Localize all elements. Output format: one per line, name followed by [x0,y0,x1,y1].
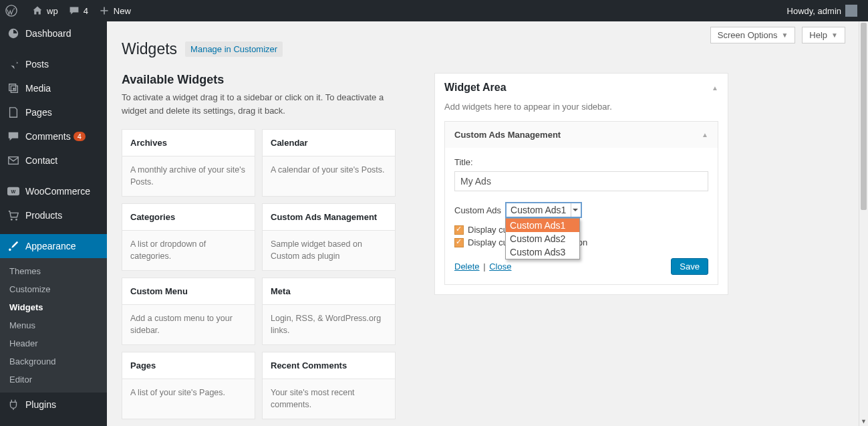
sidebar-item-pages[interactable]: Pages [0,100,107,124]
svg-rect-2 [9,157,18,165]
submenu-editor[interactable]: Editor [0,370,107,389]
submenu-customize[interactable]: Customize [0,280,107,298]
widget-area-desc: Add widgets here to appear in your sideb… [435,102,728,121]
sidebar-item-media[interactable]: Media [0,76,107,100]
sidebar-item-appearance[interactable]: Appearance [0,234,107,258]
widget-description: Login, RSS, & WordPress.org links. [263,305,395,344]
site-name-link[interactable]: wp [27,0,63,21]
admin-sidebar: Dashboard Posts Media Pages Comments 4 C… [0,21,107,426]
screen-options-label: Screen Options [718,30,778,40]
scrollbar-thumb[interactable] [861,23,867,210]
submenu-themes[interactable]: Themes [0,262,107,280]
scroll-down-icon[interactable]: ▼ [859,417,868,426]
chevron-down-icon: ▼ [781,31,788,39]
sidebar-label: Posts [25,59,49,70]
sidebar-item-posts[interactable]: Posts [0,52,107,76]
available-widget[interactable]: PagesA list of your site's Pages. [122,352,255,419]
widget-description: Your site's most recent comments. [263,379,395,419]
new-content-link[interactable]: New [94,0,136,21]
new-label: New [114,6,131,16]
available-widget[interactable]: MetaLogin, RSS, & WordPress.org links. [262,278,396,345]
custom-ads-dropdown[interactable]: Custom Ads1Custom Ads2Custom Ads3 [505,218,580,259]
admin-bar: wp 4 New Howdy, admin [0,0,868,21]
widget-instance-header[interactable]: Custom Ads Management ▲ [445,122,718,148]
sidebar-item-woocommerce[interactable]: W WooCommerce [0,179,107,203]
widget-description: Add a custom menu to your sidebar. [122,305,255,344]
comments-link[interactable]: 4 [63,0,94,21]
save-button[interactable]: Save [671,258,708,275]
my-account[interactable]: Howdy, admin [782,0,863,21]
manage-in-customizer-link[interactable]: Manage in Customizer [185,41,283,57]
display-title-checkbox[interactable] [454,225,464,235]
widget-area-title: Widget Area [444,82,507,94]
sidebar-label: WooCommerce [25,186,90,197]
sidebar-label: Dashboard [25,28,71,39]
custom-ads-select-label: Custom Ads [454,205,501,215]
screen-options-button[interactable]: Screen Options ▼ [710,27,796,43]
sidebar-label: Appearance [25,241,76,251]
wp-logo[interactable] [0,0,27,21]
submenu-widgets[interactable]: Widgets [0,298,107,316]
svg-text:W: W [11,189,16,195]
available-widgets-title: Available Widgets [122,73,396,87]
available-widget[interactable]: Custom Ads ManagementSample widget based… [262,203,396,271]
appearance-submenu: Themes Customize Widgets Menus Header Ba… [0,258,107,393]
wordpress-icon [5,5,17,17]
sidebar-item-contact[interactable]: Contact [0,148,107,173]
help-label: Help [809,30,827,40]
sidebar-label: Comments [25,131,71,142]
title-input[interactable] [454,171,708,191]
display-desc-checkbox[interactable] [454,238,464,247]
media-icon [7,82,20,95]
svg-point-1 [13,88,15,90]
sidebar-item-dashboard[interactable]: Dashboard [0,21,107,45]
delete-link[interactable]: Delete [454,261,480,272]
widget-name: Calendar [263,130,395,156]
dropdown-option[interactable]: Custom Ads2 [506,232,579,245]
widget-name: Custom Menu [122,278,255,305]
select-value: Custom Ads1 [511,205,566,215]
mail-icon [7,154,20,167]
widget-description: Sample widget based on Custom ads plugin [263,231,395,270]
widget-description: A list of your site's Pages. [122,379,255,407]
available-widget[interactable]: CalendarA calendar of your site's Posts. [262,129,396,197]
title-field-label: Title: [454,157,708,167]
available-widget[interactable]: Custom MenuAdd a custom menu to your sid… [122,278,255,345]
submenu-background[interactable]: Background [0,352,107,370]
brush-icon [7,239,20,253]
svg-point-5 [11,219,13,221]
custom-ads-select[interactable]: Custom Ads1 [505,202,582,218]
sidebar-item-comments[interactable]: Comments 4 [0,124,107,148]
widget-area-panel: Widget Area ▲ Add widgets here to appear… [434,73,728,295]
widget-name: Meta [263,278,395,305]
page-title: Widgets [122,40,177,58]
submenu-header[interactable]: Header [0,334,107,352]
site-name: wp [47,6,58,16]
comment-icon [69,5,80,16]
sidebar-label: Plugins [25,399,56,410]
home-icon [32,5,43,16]
available-widget[interactable]: ArchivesA monthly archive of your site's… [122,129,255,197]
widget-area-header[interactable]: Widget Area ▲ [435,74,728,102]
sidebar-item-plugins[interactable]: Plugins [0,393,107,417]
dashboard-icon [7,27,20,40]
content-area: Screen Options ▼ Help ▼ Widgets Manage i… [107,21,859,426]
submenu-menus[interactable]: Menus [0,316,107,334]
comments-count: 4 [84,6,88,16]
comments-count-badge: 4 [74,132,86,141]
help-button[interactable]: Help ▼ [802,27,845,43]
scrollbar[interactable]: ▼ [859,21,868,426]
cart-icon [7,209,20,222]
sidebar-label: Products [25,210,62,221]
dropdown-option[interactable]: Custom Ads3 [506,245,579,259]
available-widget[interactable]: Recent CommentsYour site's most recent c… [262,352,396,419]
dropdown-option[interactable]: Custom Ads1 [506,219,579,232]
chevron-down-icon: ▼ [831,31,838,39]
available-widget[interactable]: CategoriesA list or dropdown of categori… [122,203,255,271]
close-link[interactable]: Close [489,261,511,272]
widget-name: Custom Ads Management [263,204,395,231]
howdy-text: Howdy, admin [787,6,841,16]
available-widgets-desc: To activate a widget drag it to a sideba… [122,91,396,117]
sidebar-item-products[interactable]: Products [0,203,107,227]
widget-name: Pages [122,352,255,379]
